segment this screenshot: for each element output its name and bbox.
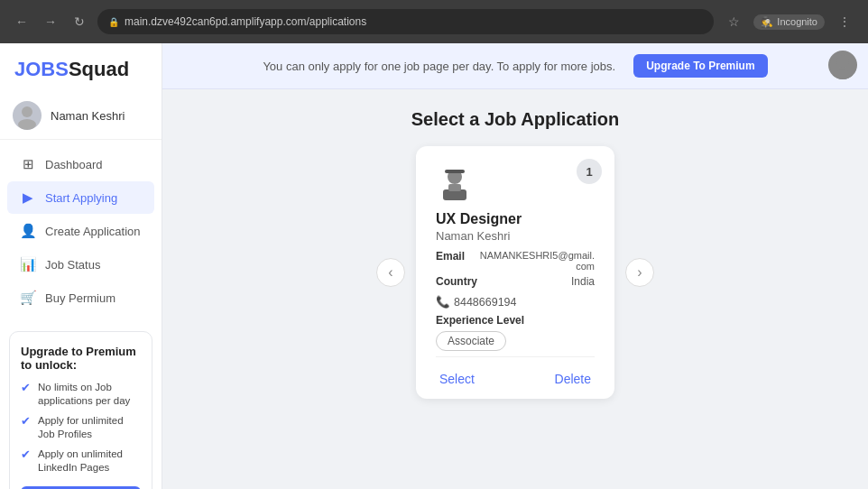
incognito-label: Incognito (777, 16, 817, 27)
phone-number: 8448669194 (454, 296, 517, 309)
sidebar-user-name: Naman Keshri (51, 109, 125, 123)
sidebar-item-label: Buy Permium (45, 291, 115, 305)
svg-point-2 (836, 55, 849, 68)
upgrade-feature-label-1: No limits on Job applications per day (38, 381, 141, 408)
svg-point-0 (22, 106, 32, 117)
incognito-icon: 🕵 (761, 16, 773, 28)
sidebar-user: Naman Keshri (0, 92, 162, 140)
upgrade-box: Upgrade to Premium to unlock: ✔ No limit… (9, 331, 152, 489)
card-country-field: Country India (436, 275, 595, 288)
logo-suffix: Squad (69, 58, 129, 80)
check-icon-3: ✔ (21, 447, 31, 463)
star-button[interactable]: ☆ (721, 9, 746, 34)
upgrade-to-premium-button[interactable]: Upgrade To Premium (633, 54, 767, 78)
check-icon-2: ✔ (21, 414, 31, 429)
sidebar-nav: ⊞ Dashboard ▶ Start Applying 👤 Create Ap… (0, 140, 162, 322)
browser-chrome: ← → ↻ 🔒 main.dzve492can6pd.amplifyapp.co… (0, 0, 868, 43)
job-status-icon: 📊 (20, 256, 36, 272)
url-bar[interactable]: 🔒 main.dzve492can6pd.amplifyapp.com/appl… (97, 9, 714, 34)
app-wrapper: JOBSSquad Naman Keshri ⊞ Dashboard ▶ Sta… (0, 43, 868, 489)
main-content: You can only apply for one job page per … (162, 43, 868, 489)
avatar (13, 101, 42, 130)
upgrade-feature-label-2: Apply for unlimited Job Profiles (38, 414, 141, 441)
sidebar-logo: JOBSSquad (0, 43, 162, 92)
logo-prefix: JOBS (14, 58, 69, 80)
experience-label: Experience Level (436, 314, 595, 327)
svg-point-1 (18, 119, 36, 130)
banner-text: You can only apply for one job page per … (263, 60, 615, 73)
create-application-icon: 👤 (20, 223, 36, 239)
upgrade-feature-label-3: Apply on unlimited LinkedIn Pages (38, 447, 141, 475)
check-icon-1: ✔ (21, 381, 31, 396)
upgrade-feature-3: ✔ Apply on unlimited LinkedIn Pages (21, 447, 141, 475)
card-actions: Select Delete (436, 356, 595, 399)
card-job-title: UX Designer (436, 211, 595, 227)
svg-rect-7 (445, 170, 465, 173)
email-value: NAMANKESHRI5@gmail.com (477, 250, 595, 272)
person-icon (436, 164, 595, 202)
sidebar-item-job-status[interactable]: 📊 Job Status (7, 248, 154, 281)
sidebar-item-label: Job Status (45, 258, 100, 272)
sidebar-item-buy-permium[interactable]: 🛒 Buy Permium (7, 281, 154, 314)
forward-button[interactable]: → (40, 11, 61, 32)
sidebar-item-create-application[interactable]: 👤 Create Application (7, 215, 154, 247)
carousel-prev-button[interactable]: ‹ (376, 258, 405, 287)
card-user-name: Naman Keshri (436, 229, 595, 243)
top-right-avatar[interactable] (828, 51, 857, 79)
phone-icon: 📞 (436, 295, 450, 309)
sidebar-item-start-applying[interactable]: ▶ Start Applying (7, 181, 154, 214)
email-label: Email (436, 250, 465, 272)
upgrade-box-title: Upgrade to Premium to unlock: (21, 345, 141, 372)
buy-permium-icon: 🛒 (20, 290, 36, 306)
start-applying-icon: ▶ (20, 189, 36, 206)
upgrade-feature-2: ✔ Apply for unlimited Job Profiles (21, 414, 141, 441)
browser-actions: ☆ 🕵 Incognito ⋮ (721, 9, 857, 34)
sidebar-item-label: Dashboard (45, 158, 103, 171)
back-button[interactable]: ← (11, 11, 32, 32)
top-banner: You can only apply for one job page per … (162, 43, 868, 89)
menu-button[interactable]: ⋮ (832, 9, 857, 34)
url-text: main.dzve492can6pd.amplifyapp.com/applic… (125, 15, 366, 28)
sidebar-item-dashboard[interactable]: ⊞ Dashboard (7, 148, 154, 180)
page-title: Select a Job Application (162, 89, 868, 146)
card-email-field: Email NAMANKESHRI5@gmail.com (436, 250, 595, 272)
country-value: India (571, 275, 595, 288)
lock-icon: 🔒 (108, 17, 119, 27)
card-phone: 📞 8448669194 (436, 295, 595, 309)
sidebar-upgrade-button[interactable]: Upgrade To Premium (21, 486, 141, 489)
job-card: 1 UX Designer Naman Keshri Email NAMANKE… (416, 146, 614, 399)
svg-rect-5 (448, 184, 461, 191)
incognito-badge: 🕵 Incognito (753, 14, 825, 30)
sidebar-item-label: Create Application (45, 225, 141, 238)
dashboard-icon: ⊞ (20, 156, 36, 172)
delete-button[interactable]: Delete (551, 370, 595, 388)
sidebar-item-label: Start Applying (45, 191, 117, 205)
sidebar: JOBSSquad Naman Keshri ⊞ Dashboard ▶ Sta… (0, 43, 162, 489)
experience-badge: Associate (436, 331, 506, 351)
upgrade-feature-1: ✔ No limits on Job applications per day (21, 381, 141, 408)
select-button[interactable]: Select (436, 370, 478, 388)
reload-button[interactable]: ↻ (69, 11, 90, 32)
card-carousel: ‹ 1 UX Designer Naman Keshri Email (162, 146, 868, 420)
carousel-next-button[interactable]: › (625, 258, 654, 287)
country-label: Country (436, 275, 477, 288)
card-badge: 1 (577, 159, 602, 184)
